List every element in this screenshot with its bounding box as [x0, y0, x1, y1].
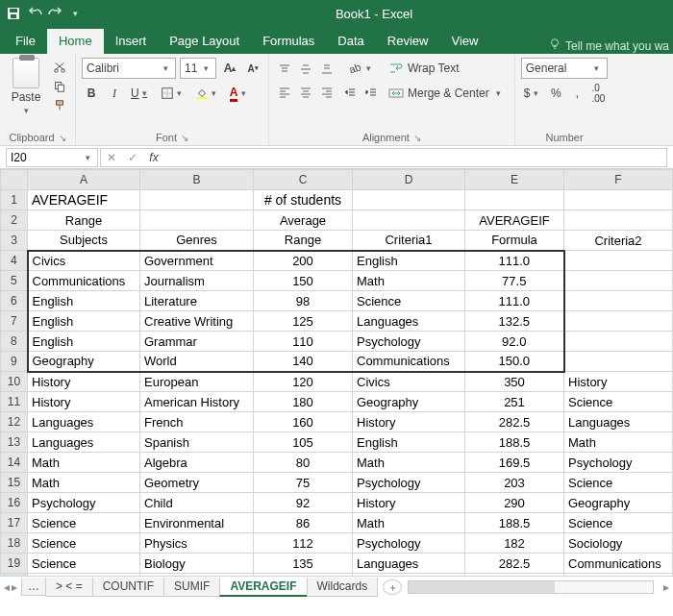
- cell[interactable]: Genres: [140, 231, 254, 251]
- col-header-D[interactable]: D: [353, 170, 465, 190]
- enter-formula-button[interactable]: ✓: [122, 147, 143, 168]
- cell[interactable]: Math: [353, 453, 465, 473]
- cell[interactable]: Spanish: [140, 432, 254, 453]
- cell[interactable]: Formula: [465, 231, 564, 251]
- sheet-tab[interactable]: AVERAGEIF: [219, 578, 307, 597]
- cell[interactable]: European: [140, 372, 254, 392]
- increase-font-button[interactable]: A▴: [220, 58, 239, 79]
- cell[interactable]: 282.5: [465, 412, 564, 432]
- cell[interactable]: Journalism: [140, 271, 254, 291]
- cell[interactable]: Geometry: [140, 473, 254, 493]
- cell[interactable]: Science: [28, 513, 140, 533]
- row-header[interactable]: 8: [1, 332, 28, 352]
- cell[interactable]: English: [28, 291, 140, 311]
- cell[interactable]: Psychology: [28, 493, 140, 513]
- cell[interactable]: 188.5: [465, 513, 564, 533]
- cell[interactable]: Science: [564, 473, 673, 493]
- cell[interactable]: Science: [564, 392, 673, 412]
- cell[interactable]: Languages: [28, 412, 140, 432]
- undo-icon[interactable]: [27, 6, 42, 21]
- col-header-B[interactable]: B: [140, 170, 254, 190]
- cell[interactable]: Government: [140, 251, 254, 271]
- cell[interactable]: 188.5: [465, 432, 564, 453]
- sheet-nav-first-icon[interactable]: ◂: [4, 580, 10, 594]
- cell[interactable]: English: [564, 574, 673, 577]
- sheet-tab[interactable]: Wildcards: [307, 578, 379, 597]
- align-bottom-button[interactable]: [317, 59, 336, 80]
- cell[interactable]: Science: [564, 513, 673, 533]
- cell[interactable]: Biology: [140, 554, 254, 574]
- font-name-combo[interactable]: Calibri▾: [82, 58, 176, 79]
- cell[interactable]: [564, 311, 673, 332]
- tab-home[interactable]: Home: [47, 29, 104, 54]
- increase-decimal-button[interactable]: .0.00: [588, 83, 608, 104]
- formula-input[interactable]: [164, 148, 667, 167]
- cell[interactable]: Geography: [353, 392, 465, 412]
- tab-page-layout[interactable]: Page Layout: [158, 29, 251, 54]
- tab-insert[interactable]: Insert: [104, 29, 159, 54]
- cell[interactable]: World: [140, 352, 254, 372]
- cell[interactable]: 110: [254, 332, 353, 352]
- cell[interactable]: 86: [254, 513, 353, 533]
- tell-me-search[interactable]: Tell me what you wa: [548, 37, 669, 54]
- cell[interactable]: Algebra: [140, 453, 254, 473]
- cell[interactable]: 125: [254, 311, 353, 332]
- cell[interactable]: Physics: [140, 533, 254, 554]
- merge-center-button[interactable]: Merge & Center ▾: [385, 83, 509, 104]
- cell[interactable]: Psychology: [353, 332, 465, 352]
- cell[interactable]: Criminal Justice: [140, 574, 254, 577]
- align-top-button[interactable]: [275, 59, 294, 80]
- cell[interactable]: 92: [254, 493, 353, 513]
- bold-button[interactable]: B: [82, 83, 101, 104]
- row-header[interactable]: 3: [1, 231, 28, 251]
- row-header[interactable]: 1: [1, 190, 28, 210]
- align-left-button[interactable]: [275, 82, 294, 103]
- row-header[interactable]: 20: [1, 574, 28, 577]
- scroll-right-icon[interactable]: ▸: [660, 580, 673, 594]
- cell[interactable]: Psychology: [353, 533, 465, 554]
- col-header-C[interactable]: C: [254, 170, 353, 190]
- row-header[interactable]: 7: [1, 311, 28, 332]
- sheet-tab[interactable]: > < =: [45, 578, 93, 597]
- cell[interactable]: 112: [254, 533, 353, 554]
- add-sheet-button[interactable]: ＋: [383, 579, 402, 595]
- cell[interactable]: 282.5: [465, 554, 564, 574]
- increase-indent-button[interactable]: [361, 83, 381, 104]
- cell[interactable]: 150.0: [465, 352, 564, 372]
- underline-button[interactable]: U▾: [128, 83, 154, 104]
- cell[interactable]: 135: [254, 554, 353, 574]
- cell[interactable]: 105: [254, 432, 353, 453]
- cell[interactable]: [564, 190, 673, 210]
- cell[interactable]: Range: [28, 210, 140, 231]
- cell[interactable]: 98: [254, 291, 353, 311]
- row-header[interactable]: 19: [1, 554, 28, 574]
- cell[interactable]: 111.0: [465, 291, 564, 311]
- format-painter-button[interactable]: [50, 97, 69, 114]
- cell[interactable]: [353, 190, 465, 210]
- row-header[interactable]: 11: [1, 392, 28, 412]
- cell[interactable]: History: [353, 493, 465, 513]
- cell[interactable]: History: [28, 392, 140, 412]
- row-header[interactable]: 13: [1, 432, 28, 453]
- dialog-launcher-icon[interactable]: ↘: [59, 133, 66, 143]
- cut-button[interactable]: [50, 59, 69, 76]
- comma-format-button[interactable]: ,: [567, 83, 586, 104]
- decrease-font-button[interactable]: A▾: [243, 58, 262, 79]
- cell[interactable]: [564, 210, 673, 231]
- cell[interactable]: Psychology: [564, 453, 673, 473]
- redo-icon[interactable]: [48, 6, 63, 21]
- tab-review[interactable]: Review: [376, 29, 440, 54]
- cell[interactable]: Math: [353, 271, 465, 291]
- cell[interactable]: [564, 352, 673, 372]
- cell[interactable]: 251: [465, 392, 564, 412]
- cell[interactable]: 80: [254, 453, 353, 473]
- cell[interactable]: 140: [254, 352, 353, 372]
- align-right-button[interactable]: [317, 82, 336, 103]
- cell[interactable]: Languages: [353, 311, 465, 332]
- row-header[interactable]: 14: [1, 453, 28, 473]
- cell[interactable]: 160: [254, 412, 353, 432]
- cell[interactable]: Communications: [28, 271, 140, 291]
- cell[interactable]: Science: [28, 554, 140, 574]
- cell[interactable]: Environmental: [140, 513, 254, 533]
- cell[interactable]: [465, 190, 564, 210]
